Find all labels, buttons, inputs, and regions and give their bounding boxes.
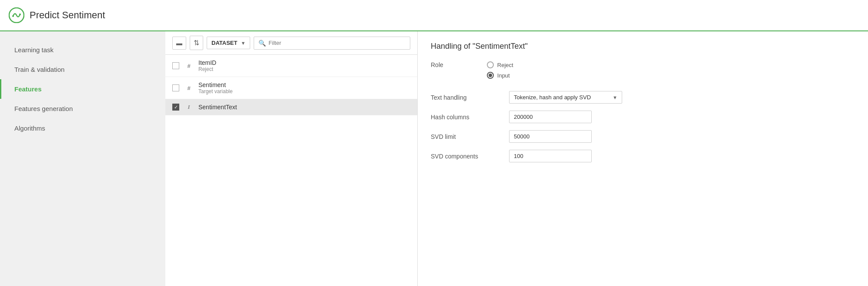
svd-limit-input[interactable]: [509, 130, 592, 143]
feature-checkbox-sentimenttext[interactable]: ✓: [172, 104, 179, 111]
dataset-panel: ▬ ⇅ DATASET ▼ 🔍 #: [165, 31, 418, 286]
feature-role-itemid: Reject: [198, 66, 216, 72]
role-reject-option[interactable]: Reject: [487, 61, 513, 68]
hash-columns-row: Hash columns: [431, 111, 855, 123]
search-icon: 🔍: [258, 40, 266, 47]
sidebar-item-algorithms[interactable]: Algorithms: [0, 118, 165, 138]
feature-row-sentiment[interactable]: # Sentiment Target variable: [165, 77, 417, 99]
feature-info-sentimenttext: SentimentText: [198, 104, 237, 111]
page-title: Predict Sentiment: [30, 10, 105, 21]
hash-columns-input[interactable]: [509, 111, 592, 123]
feature-type-icon-itemid: #: [184, 63, 193, 69]
dataset-label: DATASET: [211, 40, 237, 46]
text-handling-row: Text handling Tokenize, hash and apply S…: [431, 91, 855, 104]
sidebar: Learning task Train & validation Feature…: [0, 31, 165, 286]
feature-row-sentimenttext[interactable]: ✓ I SentimentText: [165, 99, 417, 115]
dropdown-arrow-icon: ▼: [241, 40, 245, 46]
svd-components-row: SVD components: [431, 150, 855, 162]
svd-components-label: SVD components: [431, 153, 500, 160]
feature-name-itemid: ItemID: [198, 59, 216, 66]
sidebar-item-learning-task[interactable]: Learning task: [0, 40, 165, 60]
filter-box: 🔍: [254, 37, 410, 50]
feature-type-icon-sentimenttext: I: [184, 104, 193, 111]
svg-point-1: [12, 15, 14, 17]
role-radio-group: Reject Input: [487, 61, 513, 79]
collapse-icon: ▬: [176, 40, 182, 47]
hash-columns-label: Hash columns: [431, 114, 500, 121]
role-reject-label: Reject: [497, 62, 513, 68]
text-handling-arrow-icon: ▼: [613, 95, 617, 100]
feature-list: # ItemID Reject # Sentiment Target varia…: [165, 55, 417, 286]
dataset-dropdown[interactable]: DATASET ▼: [207, 37, 250, 49]
right-panel-title: Handling of "SentimentText": [431, 42, 855, 51]
role-input-radio[interactable]: [487, 72, 494, 79]
sort-button[interactable]: ⇅: [190, 36, 203, 50]
filter-input[interactable]: [268, 40, 406, 46]
svd-components-input[interactable]: [509, 150, 592, 162]
feature-info-itemid: ItemID Reject: [198, 59, 216, 72]
sidebar-item-features[interactable]: Features: [0, 79, 165, 99]
svd-limit-label: SVD limit: [431, 133, 500, 140]
feature-checkbox-itemid[interactable]: [172, 62, 179, 69]
role-section: Role Reject Input: [431, 61, 855, 79]
text-handling-select[interactable]: Tokenize, hash and apply SVD ▼: [509, 91, 622, 104]
text-handling-value: Tokenize, hash and apply SVD: [514, 94, 591, 101]
dataset-toolbar: ▬ ⇅ DATASET ▼ 🔍: [165, 31, 417, 55]
content-area: ▬ ⇅ DATASET ▼ 🔍 #: [165, 31, 868, 286]
header: Predict Sentiment: [0, 0, 868, 31]
collapse-button[interactable]: ▬: [172, 37, 186, 50]
right-panel: Handling of "SentimentText" Role Reject …: [418, 31, 868, 286]
svg-point-2: [19, 13, 21, 15]
role-reject-radio[interactable]: [487, 61, 494, 68]
sidebar-item-features-generation[interactable]: Features generation: [0, 99, 165, 118]
sidebar-item-train-validation[interactable]: Train & validation: [0, 60, 165, 79]
feature-info-sentiment: Sentiment Target variable: [198, 81, 233, 94]
role-input-label: Input: [497, 72, 510, 79]
role-label: Role: [431, 61, 443, 68]
svd-limit-row: SVD limit: [431, 130, 855, 143]
feature-name-sentimenttext: SentimentText: [198, 104, 237, 111]
role-input-option[interactable]: Input: [487, 72, 513, 79]
feature-name-sentiment: Sentiment: [198, 81, 233, 88]
feature-role-sentiment: Target variable: [198, 88, 233, 94]
app-logo-icon: [9, 7, 24, 23]
sort-icon: ⇅: [194, 39, 199, 47]
text-handling-label: Text handling: [431, 94, 500, 101]
feature-checkbox-sentiment[interactable]: [172, 84, 179, 91]
main-container: Learning task Train & validation Feature…: [0, 31, 868, 286]
feature-type-icon-sentiment: #: [184, 85, 193, 91]
feature-row-itemid[interactable]: # ItemID Reject: [165, 55, 417, 77]
